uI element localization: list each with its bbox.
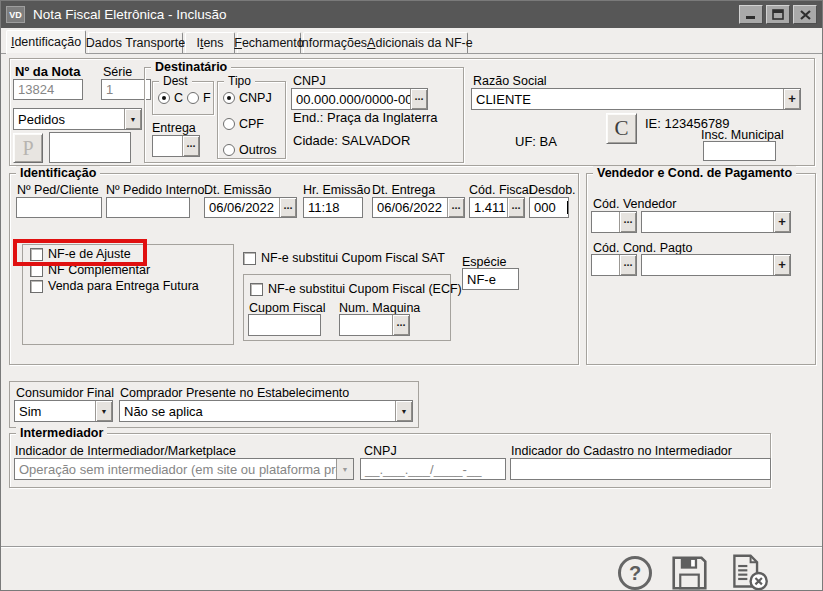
tipo-nota-value: Pedidos (14, 112, 124, 127)
radio-icon[interactable] (187, 92, 199, 104)
razao-social-value: CLIENTE (472, 92, 783, 107)
radio-icon[interactable] (223, 144, 235, 156)
checkbox-substitui-cupom-ecf[interactable]: NF-e substitui Cupom Fiscal (ECF) (250, 282, 462, 296)
nota-label: Nº da Nota (15, 64, 80, 79)
text-cursor (567, 201, 568, 214)
insc-municipal-field[interactable] (703, 141, 776, 161)
dt-emissao-calendar-button[interactable]: ... (279, 198, 296, 217)
tab-label-accel: F (234, 36, 242, 50)
save-button[interactable] (671, 555, 708, 591)
ped-cliente-field[interactable] (16, 197, 102, 218)
tipo-title: Tipo (224, 74, 255, 88)
tab-itens[interactable]: Itens (185, 32, 235, 54)
dest-title: Dest (159, 74, 192, 88)
vendedor-nome-combobox[interactable]: + (641, 211, 791, 233)
radio-icon[interactable] (158, 92, 170, 104)
destinatario-title: Destinatário (151, 60, 231, 74)
maximize-button[interactable] (766, 5, 790, 24)
vendedor-title: Vendedor e Cond. de Pagamento (593, 166, 796, 180)
radio-tipo-cnpj[interactable]: CNPJ (223, 91, 272, 105)
dropdown-arrow-icon[interactable]: ▼ (95, 401, 112, 421)
entrega-field[interactable]: ... (152, 135, 200, 157)
indicador-cadastro-field[interactable] (510, 458, 771, 480)
tab-informacoes-adicionais[interactable]: Informações Adicionais da NF-e (303, 32, 468, 54)
num-maquina-browse-button[interactable]: ... (392, 315, 409, 335)
dt-entrega-calendar-button[interactable]: ... (447, 198, 464, 217)
close-button[interactable] (793, 5, 817, 24)
vendedor-add-button[interactable]: + (773, 212, 790, 232)
comprador-presente-combobox[interactable]: Não se aplica ▼ (119, 400, 413, 422)
dropdown-arrow-icon[interactable]: ▼ (124, 109, 141, 129)
consumidor-final-value: Sim (15, 404, 95, 419)
cancel-document-icon (729, 553, 770, 591)
nota-field: 13824 (13, 79, 83, 100)
comprador-presente-label: Comprador Presente no Estabelecimento (120, 386, 349, 400)
tab-label: Informações (298, 36, 367, 50)
cnpj-label: CNPJ (293, 74, 326, 88)
cod-fiscal-browse-button[interactable]: ... (507, 198, 524, 217)
radio-dest-f[interactable]: F (187, 91, 211, 105)
dropdown-arrow-icon: ▼ (336, 459, 353, 479)
cupom-fiscal-label: Cupom Fiscal (249, 301, 325, 315)
radio-label: F (203, 91, 211, 105)
tab-identificacao[interactable]: Identificação (6, 30, 86, 54)
checkbox-substitui-cupom-sat[interactable]: NF-e substitui Cupom Fiscal SAT (243, 251, 445, 265)
tab-dados-transporte[interactable]: Dados Transporte (88, 32, 183, 54)
hr-emissao-field[interactable]: 11:18 (303, 197, 363, 218)
desdob-value: 000 (530, 200, 567, 215)
help-icon: ? (618, 556, 652, 590)
checkbox-icon[interactable] (243, 252, 256, 265)
cod-cond-pagto-browse-button[interactable]: ... (619, 255, 636, 275)
radio-icon[interactable] (223, 92, 235, 104)
cond-pagto-nome-combobox[interactable]: + (641, 254, 791, 276)
cod-vendedor-field[interactable]: ... (591, 211, 637, 233)
dropdown-arrow-icon[interactable]: ▼ (395, 401, 412, 421)
cod-fiscal-field[interactable]: 1.411 ... (469, 197, 525, 218)
especie-field[interactable]: NF-e (462, 268, 519, 290)
cond-pagto-add-button[interactable]: + (773, 255, 790, 275)
checkbox-label: NF-e substitui Cupom Fiscal (ECF) (268, 282, 462, 296)
checkbox-icon[interactable] (250, 283, 263, 296)
entrega-browse-button[interactable]: ... (182, 136, 199, 156)
dt-entrega-label: Dt. Entrega (372, 183, 435, 197)
cod-fiscal-value: 1.411 (470, 200, 507, 215)
tab-label: ens (203, 36, 223, 50)
num-maquina-label: Num. Maquina (339, 301, 420, 315)
save-icon (671, 555, 708, 591)
checkbox-icon[interactable] (30, 280, 43, 293)
consumidor-final-combobox[interactable]: Sim ▼ (14, 400, 113, 422)
nfe-window: VD Nota Fiscal Eletrônica - Inclusão Ide… (0, 0, 823, 591)
tab-label-accel: A (367, 36, 375, 50)
serie-label: Série (103, 65, 132, 79)
minimize-button[interactable] (739, 5, 763, 24)
indicador-intermediador-label: Indicador de Intermediador/Marketplace (15, 444, 236, 458)
tab-fechamento[interactable]: Fechamento (237, 32, 301, 54)
consumidor-final-label: Consumidor Final (16, 386, 114, 400)
radio-dest-c[interactable]: C (158, 91, 183, 105)
tipo-nota-combobox[interactable]: Pedidos ▼ (13, 108, 142, 130)
help-button[interactable]: ? (618, 556, 652, 590)
dt-entrega-field[interactable]: 06/06/2022 ... (372, 197, 465, 218)
radio-icon[interactable] (223, 118, 235, 130)
hr-emissao-value: 11:18 (304, 200, 362, 215)
cupom-fiscal-field[interactable] (248, 314, 321, 336)
cancel-button[interactable] (729, 553, 770, 591)
ped-cliente-label: Nº Ped/Cliente (17, 183, 99, 197)
razao-social-combobox[interactable]: CLIENTE + (471, 88, 801, 110)
cod-cond-pagto-field[interactable]: ... (591, 254, 637, 276)
cnpj-browse-button[interactable]: ... (410, 89, 427, 109)
razao-add-button[interactable]: + (783, 89, 800, 109)
cod-vendedor-browse-button[interactable]: ... (619, 212, 636, 232)
desdob-field[interactable]: 000 (529, 197, 569, 218)
cnpj-field[interactable]: 00.000.000/0000-00 ... (291, 88, 428, 110)
pedido-interno-field[interactable] (106, 197, 190, 218)
endereco-text: End.: Praça da Inglaterra (293, 110, 438, 125)
intermediador-cnpj-field[interactable]: __.___.___/____-__ (360, 458, 506, 480)
c-button[interactable]: C (606, 113, 637, 144)
radio-tipo-outros[interactable]: Outros (223, 143, 277, 157)
cod-vendedor-label: Cód. Vendedor (593, 197, 676, 211)
radio-tipo-cpf[interactable]: CPF (223, 117, 264, 131)
num-maquina-field[interactable]: ... (339, 314, 410, 336)
dt-emissao-field[interactable]: 06/06/2022 ... (204, 197, 297, 218)
checkbox-venda-entrega-futura[interactable]: Venda para Entrega Futura (30, 279, 199, 293)
